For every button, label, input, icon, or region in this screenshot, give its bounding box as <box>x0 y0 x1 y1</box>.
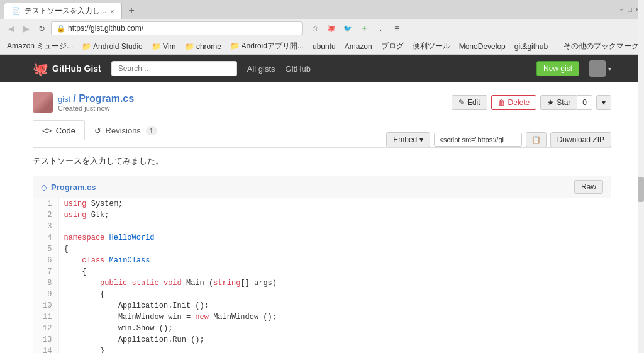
twitter-icon[interactable]: 🐦 <box>341 22 354 35</box>
bookmark-amazon-music[interactable]: Amazon ミュージ... <box>5 40 75 52</box>
tab-revisions[interactable]: ↺ Revisions 1 <box>85 120 167 140</box>
line-number: 8 <box>33 277 58 289</box>
close-icon[interactable]: × <box>110 8 114 15</box>
all-gists-link[interactable]: All gists <box>247 64 275 74</box>
embed-button[interactable]: Embed ▾ <box>386 132 430 147</box>
info-button[interactable]: ▾ <box>596 95 611 110</box>
tab[interactable]: 📄 テストソースを入力し... × <box>4 3 122 19</box>
bookmark-git[interactable]: git&github <box>513 42 550 52</box>
table-row: 5 { <box>33 244 611 255</box>
revisions-tab-label: Revisions <box>106 126 141 135</box>
line-number: 5 <box>33 244 58 255</box>
author-info: gist / Program.cs Created just now <box>58 93 134 112</box>
author-name[interactable]: gist <box>58 94 70 104</box>
table-row: 7 { <box>33 266 611 277</box>
line-code: class MainClass <box>58 255 611 266</box>
forward-button[interactable]: ▶ <box>20 23 33 35</box>
bookmark-tools[interactable]: 便利ツール <box>411 40 452 52</box>
line-code: MainWindow win = new MainWindow (); <box>58 311 611 323</box>
bookmark-monodevelop[interactable]: MonoDevelop <box>457 42 508 52</box>
extension-icon[interactable]: 🐙 <box>325 22 338 35</box>
line-code: { <box>58 266 611 277</box>
revisions-count-badge: 1 <box>146 126 157 135</box>
gist-filename: Program.cs <box>51 182 96 192</box>
author-avatar <box>33 92 53 113</box>
bookmark-ubuntu[interactable]: ubuntu <box>311 42 338 52</box>
line-code: { <box>58 244 611 255</box>
delete-button[interactable]: 🗑 Delete <box>491 95 537 110</box>
line-code: win.Show (); <box>58 323 611 334</box>
gh-logo[interactable]: 🐙 GitHub Gist <box>33 61 101 76</box>
bookmark-android-studio[interactable]: 📁 Android Studio <box>80 42 144 52</box>
table-row: 2 using Gtk; <box>33 210 611 221</box>
copy-clipboard-button[interactable]: 📋 <box>526 132 547 147</box>
table-row: 8 public static void Main (string[] args… <box>33 277 611 289</box>
gh-gist-label: GitHub Gist <box>52 64 101 74</box>
minimize-icon[interactable]: － <box>618 5 625 14</box>
plus-icon[interactable]: ＋ <box>358 22 370 35</box>
bookmark-vim[interactable]: 📁 Vim <box>150 42 178 52</box>
table-row: 10 Application.Init (); <box>33 300 611 311</box>
github-link[interactable]: GitHub <box>286 64 311 74</box>
table-row: 9 { <box>33 289 611 300</box>
table-row: 1 using System; <box>33 198 611 210</box>
embed-input[interactable] <box>434 133 522 147</box>
bookmark-chrome[interactable]: 📁 chrome <box>183 42 223 52</box>
table-row: 11 MainWindow win = new MainWindow (); <box>33 311 611 323</box>
line-number: 13 <box>33 334 58 345</box>
scrollbar-thumb[interactable] <box>638 177 644 202</box>
line-code: public static void Main (string[] args) <box>58 277 611 289</box>
line-number: 6 <box>33 255 58 266</box>
browser-chrome: 📄 テストソースを入力し... × + － □ ✕ ◀ ▶ ↻ 🔒 https:… <box>0 0 644 55</box>
scrollbar-track[interactable] <box>638 0 644 353</box>
bookmark-amazon[interactable]: Amazon <box>343 42 374 52</box>
tab-code[interactable]: <> Code <box>33 120 85 140</box>
line-number: 7 <box>33 266 58 277</box>
apps-icon[interactable]: ⋮ <box>374 22 387 35</box>
file-icon: ◇ <box>41 182 47 192</box>
gist-file-header: ◇ Program.cs Raw <box>33 176 611 198</box>
line-number: 12 <box>33 323 58 334</box>
user-avatar[interactable] <box>589 60 606 77</box>
gist-description: テストソースを入力してみました。 <box>33 155 611 167</box>
gist-tabs: <> Code ↺ Revisions 1 <box>33 120 167 140</box>
search-input[interactable] <box>111 61 237 76</box>
download-zip-button[interactable]: Download ZIP <box>550 132 611 147</box>
star-button[interactable]: ★ Star <box>540 95 577 110</box>
raw-button[interactable]: Raw <box>574 180 603 194</box>
line-code: using Gtk; <box>58 210 611 221</box>
other-bookmarks[interactable]: その他のブックマーク <box>564 41 639 52</box>
gist-file: ◇ Program.cs Raw 1 using System; 2 using… <box>33 176 611 353</box>
tab-title: テストソースを入力し... <box>25 6 106 16</box>
new-tab-button[interactable]: + <box>125 5 138 16</box>
gist-content: gist / Program.cs Created just now ✎ Edi… <box>20 82 624 353</box>
gh-octocat-icon: 🐙 <box>33 61 48 76</box>
menu-icon[interactable]: ≡ <box>391 22 403 35</box>
page-content: 🐙 GitHub Gist All gists GitHub New gist … <box>0 55 644 353</box>
gist-author-bar: gist / Program.cs Created just now ✎ Edi… <box>33 92 611 113</box>
code-tab-icon: <> <box>42 126 52 135</box>
new-gist-button[interactable]: New gist <box>536 61 579 76</box>
line-number: 10 <box>33 300 58 311</box>
embed-toolbar: Embed ▾ 📋 Download ZIP <box>386 132 611 147</box>
maximize-icon[interactable]: □ <box>628 6 632 13</box>
line-number: 2 <box>33 210 58 221</box>
bookmark-android-apps[interactable]: 📁 Androidアプリ開... <box>228 40 306 52</box>
bookmark-star-icon[interactable]: ☆ <box>309 22 321 35</box>
address-bar[interactable]: 🔒 https://gist.github.com/ <box>51 21 303 35</box>
table-row: 13 Application.Run (); <box>33 334 611 345</box>
tab-favicon: 📄 <box>12 7 21 15</box>
edit-button[interactable]: ✎ Edit <box>452 95 487 110</box>
line-number: 1 <box>33 198 58 210</box>
nav-bar: ◀ ▶ ↻ 🔒 https://gist.github.com/ ☆ 🐙 🐦 ＋… <box>0 19 644 38</box>
user-menu-arrow[interactable]: ▾ <box>608 65 611 72</box>
line-code: Application.Init (); <box>58 300 611 311</box>
back-button[interactable]: ◀ <box>5 23 18 35</box>
line-code: Application.Run (); <box>58 334 611 345</box>
lock-icon: 🔒 <box>57 25 65 33</box>
line-code: { <box>58 289 611 300</box>
refresh-button[interactable]: ↻ <box>35 23 48 35</box>
user-menu[interactable]: ▾ <box>589 60 611 77</box>
bookmark-blog[interactable]: ブログ <box>379 40 406 52</box>
bookmarks-bar: Amazon ミュージ... 📁 Android Studio 📁 Vim 📁 … <box>0 38 644 55</box>
